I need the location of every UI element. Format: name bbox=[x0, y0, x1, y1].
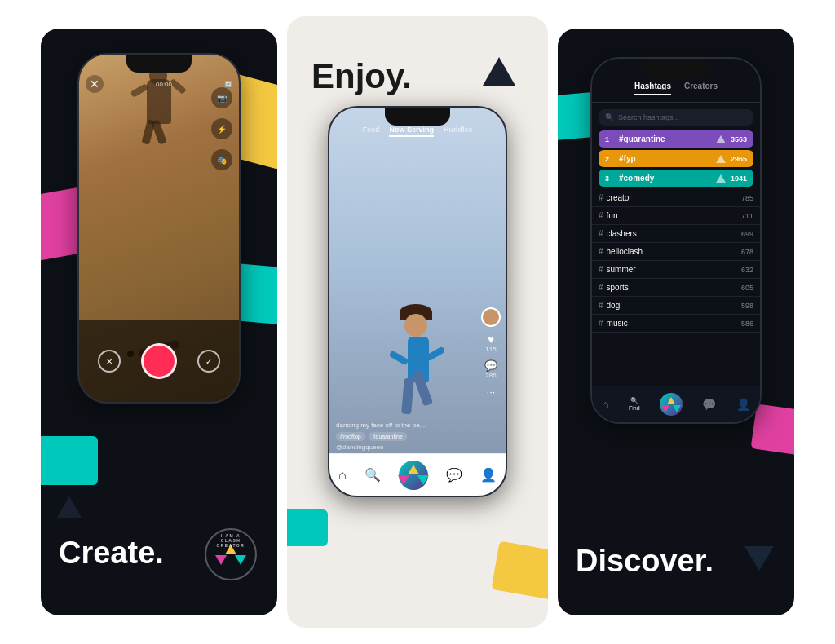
hashtag-rooftop[interactable]: #rooftop bbox=[336, 432, 365, 441]
comment-group: 💬 286 bbox=[484, 359, 497, 379]
deco-teal-bottom bbox=[287, 509, 328, 546]
count-quarantine: 3563 bbox=[731, 135, 747, 143]
video-username: @dancingqueen bbox=[336, 443, 499, 451]
phone-frame-create: ✕ 00:00 🔄 📷 ⚡ 🎭 ✕ ✓ bbox=[77, 53, 241, 404]
count-comedy: 1941 bbox=[731, 174, 747, 183]
nav-feed[interactable]: Feed bbox=[362, 126, 379, 137]
plain-hashtags-list: # creator 785 # fun 711 # clashers 699 bbox=[592, 189, 760, 333]
enjoy-bottom-nav: ⌂ 🔍 💬 👤 bbox=[329, 453, 506, 496]
dbn-profile-icon[interactable]: 👤 bbox=[736, 398, 750, 411]
tag-fyp: #fyp bbox=[619, 154, 711, 163]
clash-creator-badge: I AM ACLASHCREATOR bbox=[202, 526, 259, 583]
top-hashtags-list: 1 #quarantine 3563 2 #fyp 2965 3 #comedy bbox=[592, 130, 760, 187]
deco-tri-down bbox=[744, 546, 774, 571]
create-label: Create. bbox=[59, 536, 164, 571]
count-fyp: 2965 bbox=[731, 155, 747, 163]
app-container: ✕ 00:00 🔄 📷 ⚡ 🎭 ✕ ✓ Create. bbox=[14, 16, 821, 628]
enjoy-bottom-info: dancing my face off to the be... #roofto… bbox=[336, 421, 499, 451]
search-icon: 🔍 bbox=[605, 113, 614, 121]
dbn-clash-button[interactable] bbox=[660, 393, 683, 416]
clash-logo-nav bbox=[398, 465, 429, 485]
camera-controls: ✕ ✓ bbox=[79, 320, 239, 402]
hashtag-fun[interactable]: # fun 711 bbox=[592, 207, 760, 225]
like-count: 115 bbox=[485, 346, 496, 353]
like-icon[interactable]: ♥ bbox=[485, 333, 496, 346]
find-label: 🔍Find bbox=[629, 397, 640, 412]
phone-notch-enjoy bbox=[385, 108, 450, 126]
discover-label: Discover. bbox=[576, 544, 714, 579]
nav-clash-button[interactable] bbox=[399, 461, 428, 490]
nav-home-icon[interactable]: ⌂ bbox=[338, 468, 347, 483]
hashtag-sports[interactable]: # sports 605 bbox=[592, 279, 760, 297]
hashtag-row-3[interactable]: 3 #comedy 1941 bbox=[599, 170, 753, 187]
enjoy-right-controls: ♥ 115 💬 286 ··· bbox=[481, 307, 501, 398]
discard-button[interactable]: ✕ bbox=[98, 350, 121, 373]
hashtag-row-2[interactable]: 2 #fyp 2965 bbox=[599, 150, 753, 167]
camera-top-controls: ✕ 00:00 🔄 bbox=[86, 75, 232, 93]
phone-notch bbox=[126, 55, 192, 73]
tri-2 bbox=[716, 155, 726, 163]
nav-now-serving[interactable]: Now Serving bbox=[389, 126, 434, 137]
tri-3 bbox=[716, 174, 726, 183]
hashtag-helloclash[interactable]: # helloclash 678 bbox=[592, 243, 760, 261]
hashtag-clashers[interactable]: # clashers 699 bbox=[592, 225, 760, 243]
video-caption: dancing my face off to the be... bbox=[336, 421, 499, 429]
tab-hashtags[interactable]: Hashtags bbox=[634, 82, 671, 95]
comment-count: 286 bbox=[484, 372, 497, 379]
card-discover: Hashtags Creators 🔍 Search hashtags... 1… bbox=[558, 29, 794, 615]
nav-profile-icon[interactable]: 👤 bbox=[480, 467, 497, 483]
dbn-chat-icon[interactable]: 💬 bbox=[702, 398, 716, 411]
nav-search-icon[interactable]: 🔍 bbox=[364, 467, 381, 483]
phone-notch-discover bbox=[643, 59, 709, 77]
camera-screen: ✕ 00:00 🔄 📷 ⚡ 🎭 ✕ ✓ bbox=[79, 55, 239, 402]
dbn-find-icon[interactable]: 🔍Find bbox=[629, 397, 640, 412]
deco-tri-dark bbox=[57, 496, 82, 518]
nav-chat-icon[interactable]: 💬 bbox=[446, 467, 462, 483]
deco-tri-top bbox=[483, 57, 515, 86]
clash-logo-discover-nav bbox=[661, 397, 681, 412]
phone-frame-enjoy: Feed Now Serving Huddles ♥ 115 💬 286 · bbox=[328, 106, 507, 497]
tri-1 bbox=[716, 135, 726, 143]
video-hashtags: #rooftop #quarantine bbox=[336, 432, 499, 441]
phone-frame-discover: Hashtags Creators 🔍 Search hashtags... 1… bbox=[590, 57, 762, 424]
hashtag-quarantine[interactable]: #quarantine bbox=[369, 432, 407, 441]
tag-comedy: #comedy bbox=[619, 174, 711, 183]
flash-icon[interactable]: ⚡ bbox=[211, 118, 232, 139]
record-button[interactable] bbox=[141, 343, 177, 379]
timer-label: 00:00 bbox=[156, 81, 172, 88]
dancer-figure bbox=[385, 267, 450, 430]
search-placeholder: Search hashtags... bbox=[618, 113, 679, 121]
camera-icon[interactable]: 📷 bbox=[211, 87, 232, 108]
badge-text: I AM ACLASHCREATOR bbox=[206, 533, 255, 548]
tab-creators[interactable]: Creators bbox=[684, 82, 718, 95]
enjoy-screen-nav: Feed Now Serving Huddles bbox=[329, 126, 506, 137]
card-enjoy: Enjoy. bbox=[287, 16, 548, 628]
hashtag-summer[interactable]: # summer 632 bbox=[592, 261, 760, 279]
enjoy-label: Enjoy. bbox=[311, 57, 412, 96]
dbn-home-icon[interactable]: ⌂ bbox=[602, 398, 608, 411]
discover-bottom-nav: ⌂ 🔍Find 💬 👤 bbox=[592, 386, 760, 422]
close-button[interactable]: ✕ bbox=[86, 75, 104, 93]
hashtag-dog[interactable]: # dog 598 bbox=[592, 297, 760, 315]
confirm-button[interactable]: ✓ bbox=[197, 350, 220, 373]
rank-2: 2 bbox=[605, 155, 615, 163]
sticker-icon[interactable]: 🎭 bbox=[211, 149, 232, 170]
enjoy-screen: Feed Now Serving Huddles ♥ 115 💬 286 · bbox=[329, 108, 506, 496]
hashtag-row-1[interactable]: 1 #quarantine 3563 bbox=[599, 130, 753, 148]
more-icon[interactable]: ··· bbox=[487, 386, 496, 398]
card-create: ✕ 00:00 🔄 📷 ⚡ 🎭 ✕ ✓ Create. bbox=[41, 29, 277, 615]
hashtag-music[interactable]: # music 586 bbox=[592, 315, 760, 333]
search-bar[interactable]: 🔍 Search hashtags... bbox=[599, 109, 753, 126]
rank-3: 3 bbox=[605, 174, 615, 183]
deco-teal2 bbox=[41, 436, 98, 485]
nav-huddles[interactable]: Huddles bbox=[444, 126, 473, 137]
rank-1: 1 bbox=[605, 135, 615, 143]
deco-yellow-bottom bbox=[491, 541, 548, 601]
discover-screen: Hashtags Creators 🔍 Search hashtags... 1… bbox=[592, 59, 760, 422]
tag-quarantine: #quarantine bbox=[619, 135, 711, 143]
hashtag-creator[interactable]: # creator 785 bbox=[592, 189, 760, 207]
like-group: ♥ 115 bbox=[485, 333, 496, 353]
side-controls: 📷 ⚡ 🎭 bbox=[211, 87, 232, 170]
creator-avatar[interactable] bbox=[481, 307, 501, 327]
comment-icon[interactable]: 💬 bbox=[484, 359, 497, 372]
